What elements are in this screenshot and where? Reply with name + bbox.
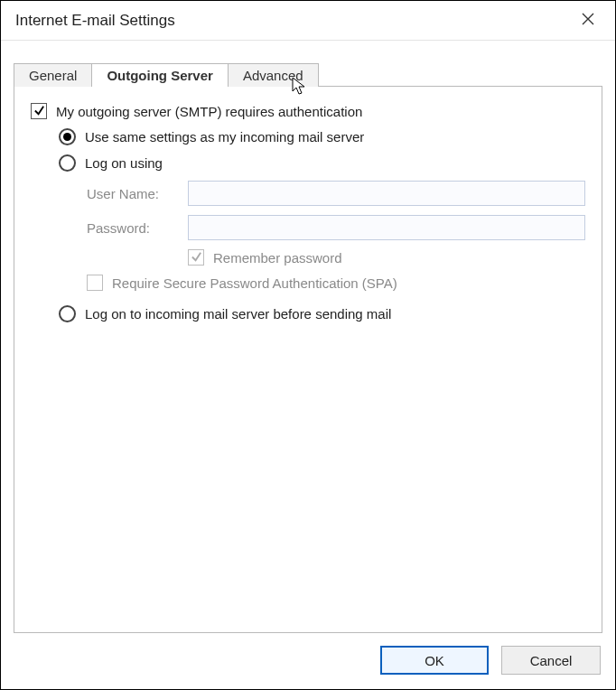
- titlebar: Internet E-mail Settings: [1, 1, 615, 41]
- tabstrip: General Outgoing Server Advanced: [14, 57, 602, 86]
- row-requires-auth: My outgoing server (SMTP) requires authe…: [31, 103, 585, 119]
- row-log-on-using: Log on using: [59, 154, 585, 172]
- row-log-on-incoming: Log on to incoming mail server before se…: [59, 305, 585, 322]
- row-remember-password: Remember password: [188, 249, 585, 266]
- radio-selected-icon: [63, 133, 71, 141]
- cancel-button[interactable]: Cancel: [501, 646, 601, 675]
- ok-button[interactable]: OK: [380, 646, 489, 675]
- tab-general[interactable]: General: [14, 63, 92, 87]
- ok-button-label: OK: [425, 653, 444, 668]
- row-require-spa: Require Secure Password Authentication (…: [87, 275, 585, 291]
- dialog-title: Internet E-mail Settings: [15, 12, 570, 30]
- row-password: Password:: [87, 215, 585, 240]
- checkbox-remember-password[interactable]: [188, 249, 204, 266]
- checkmark-icon: [33, 104, 45, 119]
- label-log-on-using: Log on using: [85, 155, 163, 171]
- row-use-same: Use same settings as my incoming mail se…: [59, 128, 585, 145]
- tab-advanced[interactable]: Advanced: [228, 63, 319, 87]
- row-username: User Name:: [87, 181, 585, 206]
- checkbox-requires-auth[interactable]: [31, 103, 47, 119]
- label-require-spa: Require Secure Password Authentication (…: [112, 275, 397, 291]
- label-password: Password:: [87, 220, 188, 236]
- tab-outgoing-server[interactable]: Outgoing Server: [91, 63, 229, 87]
- tab-panel-outgoing: My outgoing server (SMTP) requires authe…: [14, 86, 602, 633]
- checkmark-icon: [191, 250, 202, 266]
- dialog-footer: OK Cancel: [1, 633, 615, 689]
- input-username[interactable]: [188, 181, 585, 206]
- label-username: User Name:: [87, 186, 188, 201]
- radio-use-same-settings[interactable]: [59, 128, 76, 145]
- cancel-button-label: Cancel: [530, 653, 573, 668]
- label-use-same: Use same settings as my incoming mail se…: [85, 129, 364, 145]
- checkbox-require-spa[interactable]: [87, 275, 103, 291]
- label-remember-password: Remember password: [213, 250, 342, 266]
- label-requires-auth: My outgoing server (SMTP) requires authe…: [56, 104, 362, 119]
- label-log-on-incoming: Log on to incoming mail server before se…: [85, 306, 391, 322]
- close-button[interactable]: [570, 6, 606, 35]
- radio-log-on-incoming[interactable]: [59, 305, 76, 322]
- close-icon: [582, 13, 594, 28]
- radio-log-on-using[interactable]: [59, 154, 76, 172]
- input-password[interactable]: [188, 215, 585, 240]
- email-settings-dialog: Internet E-mail Settings General Outgoin…: [0, 0, 616, 690]
